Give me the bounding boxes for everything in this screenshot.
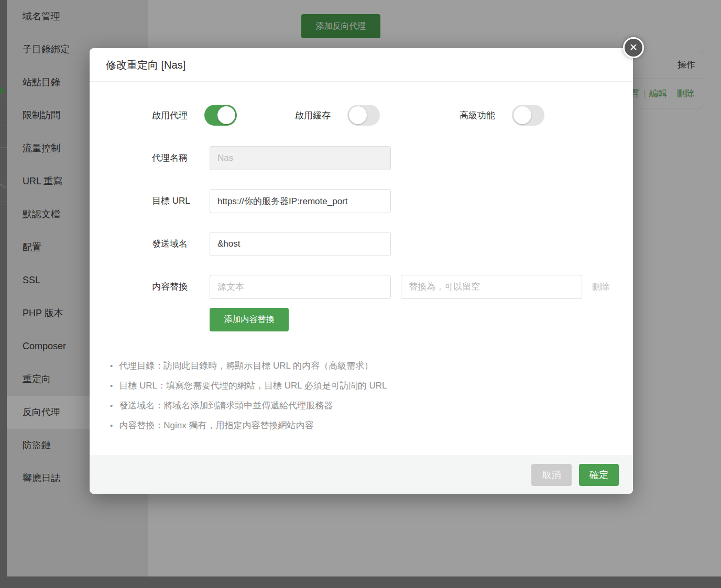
send-domain-label: 發送域名 <box>152 232 210 256</box>
proxy-name-field[interactable] <box>210 146 391 170</box>
note-content-replace: 内容替換：Nginx 獨有，用指定内容替換網站内容 <box>110 419 387 431</box>
confirm-button[interactable]: 確定 <box>579 464 619 486</box>
dialog-title: 修改重定向 [Nas] <box>90 48 633 82</box>
advanced-toggle[interactable] <box>512 105 544 126</box>
page: .. 域名管理 子目錄綁定 站點目錄 限制訪問 流量控制 URL 重寫 默認文檔… <box>0 0 721 588</box>
note-target-url: 目標 URL：填寫您需要代理的網站，目標 URL 必須是可訪問的 URL <box>110 380 387 392</box>
toggle-knob <box>217 106 235 124</box>
toggle-knob <box>514 106 531 124</box>
content-replace-label: 内容替換 <box>152 275 210 299</box>
send-domain-field[interactable] <box>210 232 391 256</box>
advanced-group: 高級功能 <box>460 105 544 126</box>
enable-proxy-toggle[interactable] <box>204 105 237 126</box>
note-send-domain: 發送域名：將域名添加到請求頭中並傳遞給代理服務器 <box>110 400 387 412</box>
enable-proxy-label: 啟用代理 <box>152 109 188 121</box>
enable-cache-toggle[interactable] <box>347 105 380 126</box>
toggle-row: 啟用代理 啟用緩存 高級功能 <box>90 105 633 127</box>
add-content-replace-button[interactable]: 添加内容替換 <box>210 308 289 331</box>
help-notes: 代理目錄：訪問此目錄時，將顯示目標 URL 的内容（高級需求） 目標 URL：填… <box>110 360 387 439</box>
replace-source-field[interactable] <box>210 275 391 299</box>
target-url-field[interactable] <box>210 189 391 213</box>
enable-cache-label: 啟用緩存 <box>295 109 331 121</box>
note-proxy-dir: 代理目錄：訪問此目錄時，將顯示目標 URL 的内容（高級需求） <box>110 360 387 372</box>
enable-cache-group: 啟用緩存 <box>295 105 380 126</box>
cancel-button[interactable]: 取消 <box>531 464 572 486</box>
enable-proxy-group: 啟用代理 <box>152 105 237 126</box>
advanced-label: 高級功能 <box>460 109 495 121</box>
close-icon[interactable]: ✕ <box>623 37 644 58</box>
replace-target-field[interactable] <box>401 275 582 299</box>
dialog-body: 啟用代理 啟用緩存 高級功能 代理名稱 目標 URL 發送域名 内容替換 <box>90 82 633 456</box>
proxy-name-label: 代理名稱 <box>152 146 210 170</box>
edit-redirect-dialog: ✕ 修改重定向 [Nas] 啟用代理 啟用緩存 高級功能 代理名稱 目標 <box>90 48 633 494</box>
target-url-label: 目標 URL <box>152 189 210 213</box>
dialog-footer: 取消 確定 <box>90 456 633 494</box>
toggle-knob <box>349 106 367 124</box>
replace-delete-link[interactable]: 刪除 <box>592 275 610 299</box>
